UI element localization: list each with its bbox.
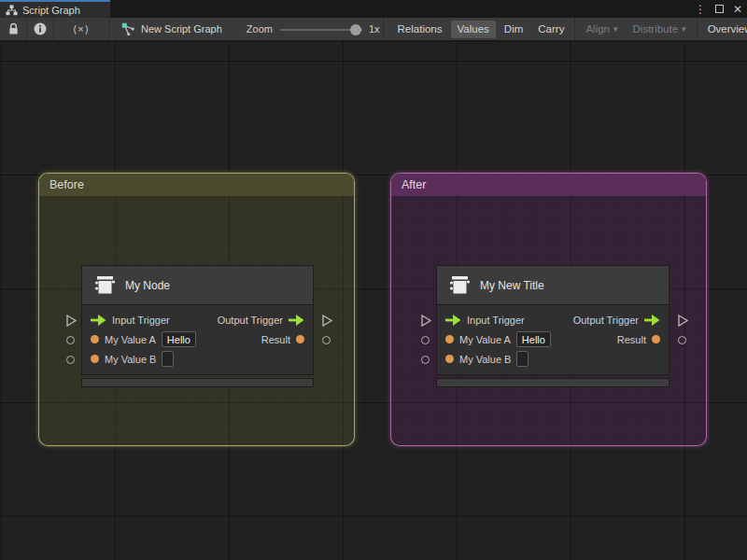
result-label: Result	[261, 334, 290, 345]
output-trigger-label: Output Trigger	[573, 315, 639, 326]
port-row-value-a: My Value A Hello Result	[437, 329, 669, 349]
output-trigger-label: Output Trigger	[218, 315, 283, 326]
external-value-port[interactable]	[66, 356, 75, 364]
align-button[interactable]: Align ▾	[579, 21, 624, 38]
code-preview-button[interactable]: ⟨×⟩	[54, 18, 108, 41]
value-port-icon[interactable]	[296, 335, 304, 343]
zoom-slider[interactable]	[280, 18, 362, 41]
group-after-header[interactable]: After	[391, 174, 706, 196]
group-title: After	[402, 178, 426, 191]
close-icon[interactable]: ✕	[733, 3, 742, 16]
group-before-header[interactable]: Before	[39, 174, 354, 196]
port-row-value-a: My Value A Hello Result	[82, 329, 313, 349]
external-value-port[interactable]	[66, 336, 75, 344]
port-row-trigger: Input Trigger Output Trigger	[437, 310, 669, 329]
zoom-label: Zoom	[247, 23, 273, 35]
graph-name-label: New Script Graph	[141, 23, 222, 35]
port-row-value-b: My Value B	[82, 349, 313, 369]
node-footer	[436, 378, 669, 387]
node-my-new-title[interactable]: My New Title Input Trigger Output Trigge…	[436, 265, 669, 387]
external-exec-port[interactable]	[66, 315, 77, 327]
view-buttons: Relations Values Dim Carry Align ▾ Distr…	[390, 18, 747, 41]
carry-button[interactable]: Carry	[531, 21, 571, 38]
external-exec-port[interactable]	[322, 315, 332, 327]
graph-canvas[interactable]: Before My No	[0, 42, 747, 560]
toolbar-separator	[108, 18, 109, 41]
node-body: Input Trigger Output Trigger My Value A	[82, 305, 313, 374]
value-a-input[interactable]: Hello	[162, 331, 196, 347]
value-port-icon[interactable]	[91, 335, 99, 343]
node-footer	[81, 378, 314, 387]
node-header[interactable]: My Node	[82, 266, 313, 305]
value-b-input[interactable]	[516, 351, 529, 367]
graph-name-section: New Script Graph	[121, 22, 222, 35]
maximize-icon[interactable]	[715, 5, 724, 13]
node-header[interactable]: My New Title	[437, 266, 669, 305]
exec-arrow-icon[interactable]	[445, 315, 461, 326]
node-title: My New Title	[480, 279, 544, 292]
tab-label: Script Graph	[22, 5, 80, 16]
menu-icon[interactable]: ⋮	[695, 3, 706, 16]
value-port-icon[interactable]	[652, 335, 660, 343]
node-body: Input Trigger Output Trigger My Value A	[437, 305, 669, 374]
values-button[interactable]: Values	[451, 21, 496, 38]
exec-arrow-icon[interactable]	[289, 315, 304, 326]
external-value-port[interactable]	[421, 336, 430, 344]
hierarchy-icon	[6, 5, 18, 16]
distribute-button[interactable]: Distribute ▾	[627, 21, 693, 38]
lock-button[interactable]	[0, 18, 26, 41]
code-icon: ⟨×⟩	[73, 23, 90, 35]
value-a-label: My Value A	[459, 334, 511, 345]
value-port-icon[interactable]	[91, 355, 99, 363]
lock-icon	[7, 22, 20, 35]
node-title: My Node	[125, 279, 170, 292]
graph-toolbar: ⟨×⟩ New Script Graph Zoom 1x Relations V…	[0, 18, 747, 41]
chevron-down-icon: ▾	[682, 21, 686, 38]
external-exec-port[interactable]	[678, 315, 688, 327]
distribute-label: Distribute	[633, 21, 679, 38]
value-port-icon[interactable]	[445, 355, 454, 363]
align-label: Align	[585, 21, 610, 38]
dim-button[interactable]: Dim	[498, 21, 529, 38]
node-my-node[interactable]: My Node Input Trigger Output Trigger	[81, 265, 314, 387]
tab-script-graph[interactable]: Script Graph	[0, 0, 110, 18]
chevron-down-icon: ▾	[613, 21, 618, 38]
value-b-label: My Value B	[105, 354, 156, 365]
toolbar-separator	[697, 18, 698, 41]
tab-bar: Script Graph ⋮ ✕	[0, 0, 747, 18]
overview-button[interactable]: Overview	[701, 21, 747, 38]
zoom-slider-handle[interactable]	[350, 24, 361, 35]
value-b-input[interactable]	[162, 351, 174, 367]
relations-button[interactable]: Relations	[391, 21, 449, 38]
input-trigger-label: Input Trigger	[112, 315, 170, 326]
group-after[interactable]: After My New	[390, 173, 707, 446]
value-a-input[interactable]: Hello	[516, 331, 551, 347]
port-row-value-b: My Value B	[437, 349, 669, 369]
info-icon	[34, 22, 47, 35]
external-exec-port[interactable]	[421, 315, 431, 327]
unit-icon	[448, 274, 471, 296]
external-value-port[interactable]	[421, 356, 430, 364]
zoom-value: 1x	[369, 23, 380, 35]
exec-arrow-icon[interactable]	[644, 315, 660, 326]
unit-icon	[93, 274, 116, 296]
toolbar-separator	[383, 18, 384, 41]
value-b-label: My Value B	[459, 354, 511, 365]
group-title: Before	[49, 178, 84, 191]
value-port-icon[interactable]	[445, 335, 454, 343]
script-graph-window: Script Graph ⋮ ✕	[0, 0, 747, 560]
external-value-port[interactable]	[322, 336, 331, 344]
group-before[interactable]: Before My No	[38, 173, 355, 446]
input-trigger-label: Input Trigger	[467, 315, 525, 326]
info-button[interactable]	[27, 18, 53, 41]
result-label: Result	[617, 334, 646, 345]
value-a-label: My Value A	[105, 334, 156, 345]
external-value-port[interactable]	[678, 336, 686, 344]
window-controls: ⋮ ✕	[695, 0, 742, 18]
exec-arrow-icon[interactable]	[91, 315, 106, 326]
graph-icon	[121, 22, 135, 35]
port-row-trigger: Input Trigger Output Trigger	[82, 310, 313, 329]
toolbar-separator	[574, 18, 575, 41]
